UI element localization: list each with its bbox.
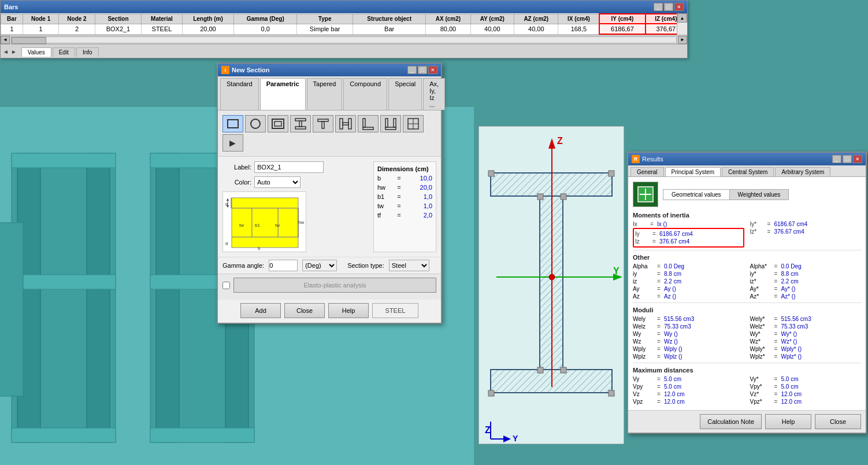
cell-ay: 40,00 — [470, 24, 514, 34]
res-maximize[interactable]: □ — [843, 155, 852, 163]
section-viewport: Z Y Z Y — [478, 126, 624, 444]
vertical-scrollbar[interactable]: ▲ ▼ — [677, 13, 687, 35]
col-gamma: Gamma (Deg) — [234, 14, 297, 24]
elasto-btn[interactable]: Elasto-plastic analysis — [233, 278, 436, 293]
results-close-button[interactable]: Close — [815, 414, 861, 429]
shape-btn-more[interactable]: ▶ — [222, 134, 243, 152]
ns-minimize[interactable]: _ — [407, 66, 417, 74]
dialog-bottom: Elasto-plastic analysis — [218, 274, 441, 300]
bars-window-controls[interactable]: _ □ ✕ — [654, 3, 684, 11]
shape-btn-t[interactable] — [313, 115, 333, 132]
svg-rect-5 — [12, 428, 116, 442]
section-type-label: Section type: — [347, 262, 384, 269]
results-controls[interactable]: _ □ ✕ — [832, 155, 862, 163]
color-select[interactable]: Auto — [254, 176, 301, 188]
moments-data: Ix = Ix () Iy = 6186.67 cm4 Iz = — [633, 220, 861, 248]
col-node2: Node 2 — [59, 14, 95, 24]
new-section-title: New Section — [232, 67, 269, 73]
results-tabs: General Principal System Central System … — [628, 165, 866, 177]
section-type-select[interactable]: Steel — [389, 260, 429, 271]
scroll-left-btn[interactable]: ◄ — [1, 36, 10, 44]
close-button[interactable]: ✕ — [674, 3, 684, 11]
svg-rect-62 — [232, 237, 298, 248]
rtab-general[interactable]: General — [630, 167, 664, 176]
row-ay: Ay = Ay () — [633, 285, 744, 293]
shape-btn-i[interactable] — [290, 115, 311, 132]
svg-rect-58 — [232, 198, 298, 208]
other-right: Alpha* = 0.0 Deg iy* = 8.8 cm iz* = 2.2 … — [750, 263, 862, 300]
horizontal-scrollbar[interactable]: ◄ ► — [1, 35, 687, 44]
row-iz-star: Iz* = 376.67 cm4 — [750, 228, 862, 235]
rtab-arbitrary[interactable]: Arbitrary System — [775, 167, 830, 176]
nav-left[interactable]: ◄ — [3, 49, 9, 55]
nav-right[interactable]: ► — [11, 49, 17, 55]
col-ax: AX (cm2) — [426, 14, 470, 24]
shape-btn-u[interactable] — [380, 115, 401, 132]
label-input[interactable] — [254, 161, 324, 173]
results-help-button[interactable]: Help — [765, 414, 811, 429]
res-close[interactable]: ✕ — [853, 155, 862, 163]
weighted-values-tab[interactable]: Weighted values — [729, 189, 789, 200]
new-section-controls[interactable]: _ □ ✕ — [407, 66, 437, 74]
shape-btn-rect[interactable] — [222, 115, 243, 132]
elasto-checkbox[interactable] — [222, 282, 230, 289]
col-type: Type — [297, 14, 353, 24]
col-section: Section — [95, 14, 141, 24]
add-button[interactable]: Add — [240, 303, 281, 318]
svg-text:tw: tw — [239, 223, 244, 228]
dtab-parametric[interactable]: Parametric — [260, 78, 306, 110]
svg-rect-48 — [343, 123, 348, 125]
rtab-principal[interactable]: Principal System — [665, 167, 721, 176]
dtab-tapered[interactable]: Tapered — [307, 78, 343, 110]
row-vy-star: Vy* = 5.0 cm — [750, 375, 862, 383]
tab-edit[interactable]: Edit — [53, 47, 75, 57]
tab-values[interactable]: Values — [21, 47, 51, 57]
col-ay: AY (cm2) — [470, 14, 514, 24]
svg-rect-18 — [609, 171, 614, 176]
row-ay-star: Ay* = Ay* () — [750, 285, 862, 293]
row-wely-star: Wely* = 515.56 cm3 — [750, 315, 862, 323]
svg-text:hw: hw — [298, 220, 304, 225]
res-minimize[interactable]: _ — [832, 155, 841, 163]
moduli-title: Moduli — [633, 307, 861, 313]
scroll-right-btn[interactable]: ► — [678, 36, 687, 44]
other-section: Other Alpha = 0.0 Deg iy = 8.8 cm iz — [633, 254, 861, 300]
ns-maximize[interactable]: □ — [418, 66, 427, 74]
svg-rect-52 — [385, 119, 388, 127]
other-data: Alpha = 0.0 Deg iy = 8.8 cm iz = 2.2 cm — [633, 263, 861, 300]
ns-close[interactable]: ✕ — [428, 66, 437, 74]
geo-values-tab[interactable]: Geometrical values — [663, 189, 729, 200]
dtab-compound[interactable]: Compound — [343, 78, 387, 110]
new-section-titlebar: I New Section _ □ ✕ — [218, 64, 441, 76]
rtab-central[interactable]: Central System — [722, 167, 774, 176]
row-vpz: Vpz = 12.0 cm — [633, 398, 744, 405]
svg-rect-19 — [488, 390, 494, 396]
dtab-standard[interactable]: Standard — [220, 78, 259, 110]
section-icon: I — [221, 66, 229, 74]
row-welz: Welz = 75.33 cm3 — [633, 323, 744, 330]
close-dialog-button[interactable]: Close — [284, 303, 325, 318]
help-dialog-button[interactable]: Help — [328, 303, 369, 318]
cell-ax: 80,00 — [426, 24, 470, 34]
calc-note-button[interactable]: Calculation Note — [700, 414, 762, 429]
maximize-button[interactable]: □ — [664, 3, 673, 11]
gamma-input[interactable] — [269, 260, 298, 271]
tab-info[interactable]: Info — [76, 47, 99, 57]
shape-btn-custom[interactable] — [403, 115, 424, 132]
table-row[interactable]: 1 1 2 BOX2_1 STEEL 20,00 0,0 Simple bar … — [1, 24, 687, 34]
moments-right: Iy* = 6186.67 cm4 Iz* = 376.67 cm4 — [750, 220, 862, 248]
shape-btn-hollow-rect[interactable] — [268, 115, 288, 132]
scroll-up-btn[interactable]: ▲ — [677, 13, 687, 23]
row-vz-star: Vz* = 12.0 cm — [750, 390, 862, 398]
gamma-deg-select[interactable]: (Deg) — [302, 260, 337, 271]
dimensions-title: Dimensions (cm) — [377, 165, 432, 172]
minimize-button[interactable]: _ — [654, 3, 663, 11]
shape-btn-h[interactable] — [335, 115, 356, 132]
shape-btn-l[interactable] — [358, 115, 379, 132]
shape-btn-circle[interactable] — [245, 115, 266, 132]
moments-title: Moments of inertia — [633, 212, 861, 219]
dtab-special[interactable]: Special — [388, 78, 422, 110]
max-dist-left: Vy = 5.0 cm Vpy = 5.0 cm Vz = 12.0 cm — [633, 375, 744, 405]
scroll-thumb-h[interactable] — [12, 37, 46, 44]
dtab-axes[interactable]: Ax, Iy, Iz ... — [423, 78, 445, 110]
